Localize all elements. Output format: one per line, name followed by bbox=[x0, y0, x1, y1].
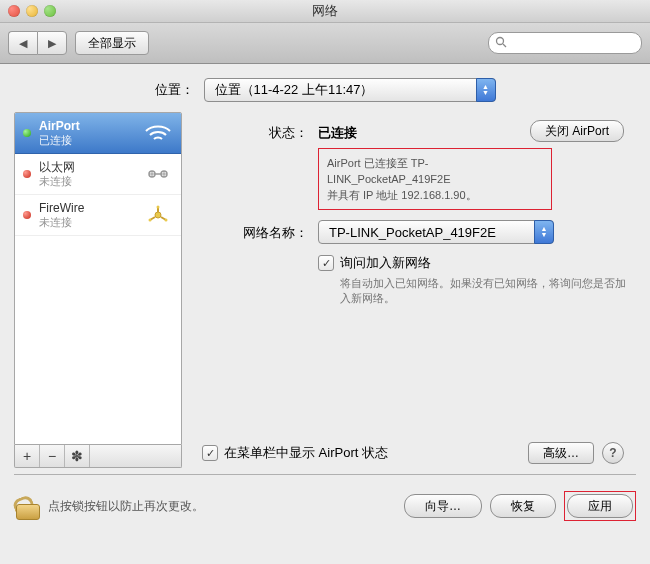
ask-join-checkbox[interactable]: ✓ bbox=[318, 255, 334, 271]
show-status-checkbox[interactable]: ✓ bbox=[202, 445, 218, 461]
network-name-value: TP-LINK_PocketAP_419F2E bbox=[329, 225, 502, 240]
gear-icon: ✽ bbox=[71, 448, 83, 464]
detail-pane: 关闭 AirPort 状态： 已连接 AirPort 已连接至 TP-LINK_… bbox=[192, 112, 636, 468]
status-dot-icon bbox=[23, 211, 31, 219]
show-status-label: 在菜单栏中显示 AirPort 状态 bbox=[224, 444, 388, 462]
remove-service-button[interactable]: − bbox=[40, 445, 65, 467]
revert-label: 恢复 bbox=[511, 498, 535, 515]
chevron-left-icon: ◀ bbox=[19, 37, 27, 50]
search-field[interactable] bbox=[488, 32, 642, 54]
status-desc-line1: AirPort 已连接至 TP-LINK_PocketAP_419F2E bbox=[327, 155, 543, 187]
status-value: 已连接 bbox=[318, 120, 357, 142]
sidebar-item-firewire[interactable]: FireWire 未连接 bbox=[15, 195, 181, 236]
search-icon bbox=[495, 36, 507, 51]
help-button[interactable]: ? bbox=[602, 442, 624, 464]
status-desc-line2: 并具有 IP 地址 192.168.1.90。 bbox=[327, 187, 543, 203]
advanced-button[interactable]: 高级… bbox=[528, 442, 594, 464]
help-icon: ? bbox=[609, 446, 616, 460]
svg-line-1 bbox=[503, 44, 506, 47]
status-description: AirPort 已连接至 TP-LINK_PocketAP_419F2E 并具有… bbox=[318, 148, 552, 210]
footer: 点按锁按钮以防止再次更改。 向导… 恢复 应用 bbox=[0, 475, 650, 521]
status-dot-icon bbox=[23, 129, 31, 137]
ethernet-icon bbox=[143, 163, 173, 185]
location-value: 位置（11-4-22 上午11:47） bbox=[215, 81, 380, 99]
back-button[interactable]: ◀ bbox=[8, 31, 37, 55]
window-title: 网络 bbox=[0, 2, 650, 20]
forward-button[interactable]: ▶ bbox=[37, 31, 67, 55]
chevron-right-icon: ▶ bbox=[48, 37, 56, 50]
guide-label: 向导… bbox=[425, 498, 461, 515]
sidebar-item-title: 以太网 bbox=[39, 160, 135, 174]
titlebar: 网络 bbox=[0, 0, 650, 23]
network-name-popup[interactable]: TP-LINK_PocketAP_419F2E ▲▼ bbox=[318, 220, 554, 244]
location-popup[interactable]: 位置（11-4-22 上午11:47） ▲▼ bbox=[204, 78, 496, 102]
svg-point-14 bbox=[149, 219, 152, 222]
sidebar-item-subtitle: 未连接 bbox=[39, 215, 135, 229]
wifi-icon bbox=[143, 122, 173, 144]
svg-point-0 bbox=[497, 37, 504, 44]
popup-arrows-icon: ▲▼ bbox=[476, 78, 496, 102]
search-input[interactable] bbox=[511, 36, 650, 50]
advanced-label: 高级… bbox=[543, 445, 579, 462]
lock-icon[interactable] bbox=[14, 492, 40, 520]
plus-icon: + bbox=[23, 448, 31, 464]
turn-off-label: 关闭 AirPort bbox=[545, 123, 609, 140]
svg-point-15 bbox=[165, 219, 168, 222]
svg-point-9 bbox=[155, 212, 161, 218]
lock-text: 点按锁按钮以防止再次更改。 bbox=[48, 498, 204, 515]
minus-icon: − bbox=[48, 448, 56, 464]
service-action-button[interactable]: ✽ bbox=[65, 445, 90, 467]
service-sidebar: AirPort 已连接 以太网 未连接 bbox=[14, 112, 182, 445]
revert-button[interactable]: 恢复 bbox=[490, 494, 556, 518]
ask-join-label: 询问加入新网络 bbox=[340, 254, 626, 272]
popup-arrows-icon: ▲▼ bbox=[534, 220, 554, 244]
turn-off-airport-button[interactable]: 关闭 AirPort bbox=[530, 120, 624, 142]
sidebar-item-ethernet[interactable]: 以太网 未连接 bbox=[15, 154, 181, 195]
sidebar-item-subtitle: 未连接 bbox=[39, 174, 135, 188]
sidebar-footer: + − ✽ bbox=[14, 445, 182, 468]
toolbar: ◀ ▶ 全部显示 bbox=[0, 23, 650, 64]
status-dot-icon bbox=[23, 170, 31, 178]
svg-point-13 bbox=[157, 206, 160, 209]
show-all-button[interactable]: 全部显示 bbox=[75, 31, 149, 55]
guide-button[interactable]: 向导… bbox=[404, 494, 482, 518]
show-all-label: 全部显示 bbox=[88, 35, 136, 52]
sidebar-item-airport[interactable]: AirPort 已连接 bbox=[15, 113, 181, 154]
location-label: 位置： bbox=[155, 81, 194, 99]
apply-button[interactable]: 应用 bbox=[567, 494, 633, 518]
status-label: 状态： bbox=[202, 120, 318, 142]
network-name-label: 网络名称： bbox=[202, 220, 318, 242]
add-service-button[interactable]: + bbox=[15, 445, 40, 467]
ask-join-hint: 将自动加入已知网络。如果没有已知网络，将询问您是否加入新网络。 bbox=[340, 276, 626, 306]
location-row: 位置： 位置（11-4-22 上午11:47） ▲▼ bbox=[0, 64, 650, 112]
sidebar-item-title: AirPort bbox=[39, 119, 135, 133]
nav-segmented: ◀ ▶ bbox=[8, 31, 67, 55]
apply-label: 应用 bbox=[588, 498, 612, 515]
sidebar-item-subtitle: 已连接 bbox=[39, 133, 135, 147]
firewire-icon bbox=[143, 204, 173, 226]
sidebar-item-title: FireWire bbox=[39, 201, 135, 215]
